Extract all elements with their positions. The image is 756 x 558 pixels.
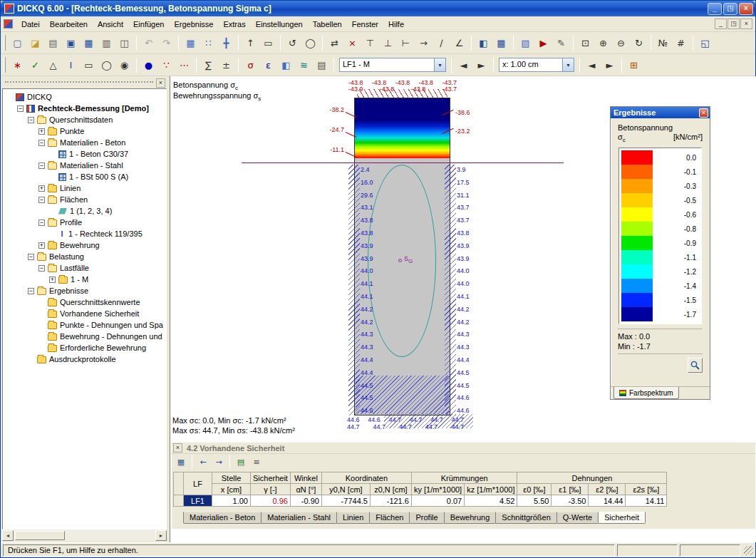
- table-cell[interactable]: 5.50: [517, 495, 552, 507]
- divide-icon[interactable]: ∕: [433, 35, 450, 51]
- intersect-icon[interactable]: ×: [344, 35, 361, 51]
- print-icon[interactable]: ▥: [98, 35, 115, 51]
- scroll-right-icon[interactable]: ►: [155, 530, 167, 541]
- menu-datei[interactable]: Datei: [16, 18, 45, 31]
- tree-item-rechteck-bemessung-demo[interactable]: −Rechteck-Bemessung [Demo]: [3, 103, 166, 114]
- loadcase-next-icon[interactable]: ►: [473, 57, 490, 73]
- insert-rect-icon[interactable]: ▭: [260, 35, 276, 51]
- zoom-window-icon[interactable]: ⊡: [577, 35, 594, 51]
- menu-bearbeiten[interactable]: Bearbeiten: [45, 18, 93, 31]
- tab-schnittgrößen[interactable]: Schnittgrößen: [495, 512, 556, 524]
- tree-item-ergebnisse[interactable]: −Ergebnisse: [3, 285, 166, 296]
- menu-einfügen[interactable]: Einfügen: [128, 18, 169, 31]
- calc-params-icon[interactable]: ±: [218, 57, 234, 73]
- tree-item-querschnittskennwerte[interactable]: Querschnittskennwerte: [3, 296, 166, 308]
- menu-hilfe[interactable]: Hilfe: [383, 18, 409, 31]
- navigator-close-button[interactable]: ×: [156, 78, 165, 88]
- panel-grip[interactable]: [5, 81, 153, 84]
- tree-item-1-m[interactable]: +1 - M: [3, 274, 166, 285]
- tree-hscrollbar[interactable]: ◄ ►: [2, 529, 167, 541]
- tree-item-1-bst-500-s-a[interactable]: 1 - BSt 500 S (A): [3, 171, 166, 182]
- table-cell[interactable]: 14.11: [626, 495, 667, 507]
- loadcase-prev-icon[interactable]: ◄: [455, 57, 472, 73]
- insert-node-icon[interactable]: ↑: [242, 35, 259, 51]
- save-all-icon[interactable]: ▦: [81, 35, 97, 51]
- toolbar-grip[interactable]: [4, 35, 6, 51]
- expand-icon[interactable]: +: [38, 128, 45, 135]
- scroll-left-icon[interactable]: ◄: [2, 530, 14, 541]
- tree-item-linien[interactable]: +Linien: [3, 182, 166, 194]
- result-legend-icon[interactable]: ▤: [314, 57, 330, 73]
- renumber-icon[interactable]: №: [655, 35, 671, 51]
- tree-item-materialien-beton[interactable]: −Materialien - Beton: [3, 137, 166, 148]
- zoom-in-icon[interactable]: ⊕: [595, 35, 611, 51]
- tables-icon[interactable]: ▦: [493, 35, 509, 51]
- filter-icon[interactable]: ≡: [249, 455, 264, 470]
- tree-item-1-rechteck-119-395[interactable]: I1 - Rechteck 119/395: [3, 228, 166, 239]
- tree-item-1-1-2-3-4[interactable]: 1 (1, 2, 3, 4): [3, 205, 166, 217]
- toolbar-grip[interactable]: [4, 57, 6, 73]
- tree-item-flächen[interactable]: −Flächen: [3, 194, 166, 205]
- result-diagram-icon[interactable]: ◧: [278, 57, 294, 73]
- tree-item-dickq[interactable]: DICKQ: [3, 91, 166, 103]
- restore-button[interactable]: ◳: [723, 3, 737, 15]
- loadcase-combo[interactable]: LF1 - M▼: [339, 58, 446, 72]
- expand-icon[interactable]: +: [38, 185, 45, 192]
- point-set-icon[interactable]: ∵: [158, 57, 175, 73]
- table-cell[interactable]: -121.6: [370, 495, 411, 507]
- collapse-icon[interactable]: −: [38, 265, 45, 272]
- next-result-icon[interactable]: →: [212, 455, 226, 470]
- diagram-icon[interactable]: ▧: [517, 35, 534, 51]
- mdi-minimize-button[interactable]: _: [715, 19, 727, 29]
- menu-extras[interactable]: Extras: [218, 18, 250, 31]
- align-top-icon[interactable]: ⊤: [362, 35, 378, 51]
- tab-q-werte[interactable]: Q-Werte: [556, 512, 599, 524]
- grid-icon[interactable]: ▦: [182, 35, 199, 51]
- tree-item-vorhandene-sicherheit[interactable]: Vorhandene Sicherheit: [3, 308, 166, 319]
- snap-icon[interactable]: ╋: [218, 35, 234, 51]
- minimize-button[interactable]: _: [708, 3, 722, 15]
- expand-icon[interactable]: +: [49, 277, 56, 283]
- numbering-icon[interactable]: #: [673, 35, 689, 51]
- tab-materialien-stahl[interactable]: Materialien - Stahl: [261, 512, 337, 524]
- table-panel-close-button[interactable]: ×: [173, 443, 182, 453]
- chevron-down-icon[interactable]: ▼: [434, 58, 445, 71]
- table-cell[interactable]: 1.00: [212, 495, 251, 507]
- control-panel-icon[interactable]: ◧: [475, 35, 492, 51]
- tree-item-bewehrung-dehnungen-und[interactable]: Bewehrung - Dehnungen und: [3, 331, 166, 342]
- collapse-icon[interactable]: −: [28, 254, 34, 260]
- result-stress-icon[interactable]: σ: [242, 57, 259, 73]
- tree-item-belastung[interactable]: −Belastung: [3, 251, 166, 262]
- results-panel-close-button[interactable]: ×: [699, 108, 708, 118]
- mdi-close-button[interactable]: ×: [740, 19, 752, 29]
- table-cell[interactable]: 14.44: [589, 495, 626, 507]
- polygon-icon[interactable]: △: [45, 57, 61, 73]
- tree-item-punkte-dehnungen-und-spa[interactable]: Punkte - Dehnungen und Spa: [3, 319, 166, 331]
- collapse-icon[interactable]: −: [28, 288, 34, 294]
- tree-item-erforderliche-bewehrung[interactable]: Erforderliche Bewehrung: [3, 342, 166, 353]
- tab-materialien-beton[interactable]: Materialien - Beton: [183, 512, 262, 524]
- rect-tool-icon[interactable]: ▭: [81, 57, 97, 73]
- collapse-icon[interactable]: −: [38, 197, 45, 203]
- open-icon[interactable]: ◪: [27, 35, 43, 51]
- result-values-icon[interactable]: ▶: [535, 35, 552, 51]
- scroll-thumb[interactable]: [15, 531, 65, 540]
- snap-point-icon[interactable]: ∗: [9, 57, 26, 73]
- tree-item-bewehrung[interactable]: +Bewehrung: [3, 239, 166, 251]
- excel-export-icon[interactable]: ▤: [234, 455, 248, 470]
- tree-item-1-beton-c30-37[interactable]: 1 - Beton C30/37: [3, 148, 166, 160]
- x-next-icon[interactable]: ►: [601, 57, 618, 73]
- resize-grip[interactable]: [744, 546, 753, 555]
- x-prev-icon[interactable]: ◄: [584, 57, 600, 73]
- tree-item-profile[interactable]: −Profile: [3, 217, 166, 228]
- tree-item-lastfälle[interactable]: −Lastfälle: [3, 262, 166, 274]
- menu-ansicht[interactable]: Ansicht: [93, 18, 128, 31]
- point-row-icon[interactable]: ⋯: [176, 57, 192, 73]
- check-icon[interactable]: ✓: [27, 57, 43, 73]
- results-panel-titlebar[interactable]: Ergebnisse ×: [611, 107, 710, 118]
- angle-icon[interactable]: ∠: [451, 35, 467, 51]
- table-cell[interactable]: -7744.5: [321, 495, 370, 507]
- table-cell[interactable]: -3.50: [552, 495, 589, 507]
- menu-einstellungen[interactable]: Einstellungen: [251, 18, 308, 31]
- print-preview-icon[interactable]: ◫: [116, 35, 133, 51]
